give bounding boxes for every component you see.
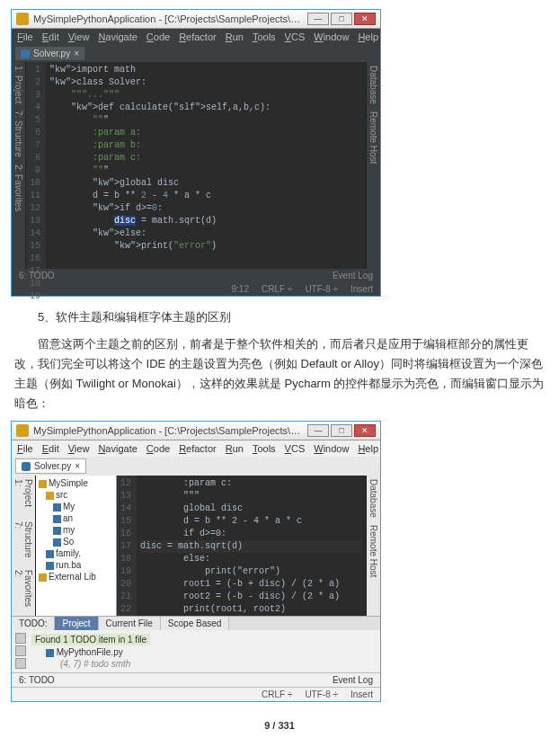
menu-window[interactable]: Window: [314, 31, 349, 42]
todo-label: TODO:: [12, 617, 55, 630]
python-file-icon: [46, 649, 54, 657]
window-title: MySimplePythonApplication - [C:\Projects…: [33, 425, 307, 436]
encoding[interactable]: UTF-8 ÷: [305, 284, 338, 294]
maximize-button[interactable]: □: [331, 13, 352, 25]
tab-label: Solver.py: [34, 461, 71, 471]
todo-tab-scope[interactable]: Scope Based: [161, 617, 230, 630]
tool-footer: 6: TODO Event Log: [12, 672, 380, 687]
tab-label: Solver.py: [33, 49, 70, 58]
expand-icon[interactable]: [15, 633, 26, 644]
cursor-pos: 9:12: [232, 284, 249, 294]
todo-file[interactable]: MyPythonFile.py: [57, 647, 123, 657]
menu-edit[interactable]: Edit: [42, 443, 59, 454]
left-toolbar: 1: Project 7: Structure 2: Favorites: [12, 62, 26, 269]
editor-tab[interactable]: Solver.py ×: [15, 47, 84, 60]
code-editor[interactable]: "kw">import math "kw">class Solver: """.…: [46, 62, 366, 269]
window-buttons: — □ ✕: [307, 13, 376, 25]
line-gutter: 12345678910111213141516171819: [26, 62, 46, 269]
structure-tool[interactable]: 7: Structure: [13, 111, 23, 157]
remote-host-tool[interactable]: Remote Host: [368, 525, 378, 577]
minimize-button[interactable]: —: [307, 13, 329, 25]
todo-tab-current[interactable]: Current File: [99, 617, 161, 630]
insert-mode: Insert: [350, 284, 373, 294]
status-bar: CRLF ÷ UTF-8 ÷ Insert: [12, 687, 380, 701]
collapse-icon[interactable]: [15, 645, 26, 656]
menu-navigate[interactable]: Navigate: [98, 443, 137, 454]
window-buttons: — □ ✕: [307, 424, 376, 437]
project-tool[interactable]: 1: Project: [13, 66, 23, 103]
pycharm-icon: [16, 13, 29, 25]
line-sep[interactable]: CRLF ÷: [262, 689, 292, 699]
menu-run[interactable]: Run: [226, 443, 244, 454]
event-log[interactable]: Event Log: [333, 675, 373, 685]
todo-tool[interactable]: 6: TODO: [19, 675, 55, 685]
status-bar: 9:12 CRLF ÷ UTF-8 ÷ Insert: [12, 282, 380, 296]
window-titlebar: MySimplePythonApplication - [C:\Projects…: [12, 422, 380, 440]
maximize-button[interactable]: □: [331, 424, 352, 437]
event-log[interactable]: Event Log: [333, 271, 373, 280]
menu-code[interactable]: Code: [146, 443, 170, 454]
structure-tool[interactable]: 7: Structure: [13, 521, 33, 564]
minimize-button[interactable]: —: [307, 424, 329, 437]
menu-edit[interactable]: Edit: [42, 31, 59, 42]
todo-toolbar: [15, 633, 26, 670]
filter-icon[interactable]: [15, 658, 26, 669]
python-file-icon: [22, 462, 31, 471]
menu-help[interactable]: Help: [358, 31, 378, 42]
editor-tab[interactable]: Solver.py ×: [15, 458, 86, 474]
menu-code[interactable]: Code: [146, 31, 170, 42]
page-number: 9 / 331: [11, 720, 548, 731]
remote-host-tool[interactable]: Remote Host: [368, 111, 378, 164]
menu-view[interactable]: View: [68, 443, 90, 454]
project-tree[interactable]: MySimplesrcMyanmySofamily.run.baExternal…: [36, 476, 117, 616]
ide-body: 1: Project 7: Structure 2: Favorites MyS…: [12, 476, 380, 616]
menu-view[interactable]: View: [68, 31, 90, 42]
close-button[interactable]: ✕: [354, 424, 376, 437]
right-toolbar: Database Remote Host: [366, 476, 380, 616]
menu-refactor[interactable]: Refactor: [179, 443, 217, 454]
line-gutter: 121314151617181920212223: [117, 476, 137, 616]
favorites-tool[interactable]: 2: Favorites: [13, 165, 23, 211]
menu-refactor[interactable]: Refactor: [179, 31, 217, 42]
python-file-icon: [21, 49, 30, 58]
project-tool[interactable]: 1: Project: [13, 479, 33, 513]
menu-file[interactable]: File: [17, 443, 33, 454]
todo-panel: TODO: Project Current File Scope Based F…: [12, 616, 380, 672]
menu-vcs[interactable]: VCS: [285, 31, 306, 42]
encoding[interactable]: UTF-8 ÷: [305, 689, 338, 699]
menu-bar: File Edit View Navigate Code Refactor Ru…: [12, 29, 380, 45]
menu-vcs[interactable]: VCS: [285, 443, 306, 454]
menu-window[interactable]: Window: [314, 443, 349, 454]
menu-help[interactable]: Help: [358, 443, 378, 454]
ide-screenshot-light: MySimplePythonApplication - [C:\Projects…: [11, 421, 381, 702]
tab-close-icon[interactable]: ×: [74, 49, 79, 58]
database-tool[interactable]: Database: [368, 479, 378, 518]
paragraph-heading: 5、软件主题和编辑框字体主题的区别: [14, 307, 545, 327]
favorites-tool[interactable]: 2: Favorites: [13, 570, 33, 612]
menu-bar: File Edit View Navigate Code Refactor Ru…: [12, 440, 380, 457]
menu-tools[interactable]: Tools: [253, 31, 276, 42]
tab-close-icon[interactable]: ×: [75, 461, 80, 471]
todo-item[interactable]: (4, 7) # todo smth: [60, 659, 130, 669]
ide-screenshot-dark: MySimplePythonApplication - [C:\Projects…: [11, 9, 381, 297]
insert-mode: Insert: [350, 689, 373, 699]
tool-footer: 6: TODO Event Log: [12, 269, 380, 282]
left-toolbar: 1: Project 7: Structure 2: Favorites: [12, 476, 36, 616]
todo-found: Found 1 TODO item in 1 file: [31, 634, 150, 645]
close-button[interactable]: ✕: [354, 13, 376, 25]
window-title: MySimplePythonApplication - [C:\Projects…: [33, 13, 307, 24]
menu-file[interactable]: File: [17, 31, 33, 42]
menu-tools[interactable]: Tools: [253, 443, 276, 454]
editor-tabbar: Solver.py ×: [12, 45, 380, 62]
menu-navigate[interactable]: Navigate: [98, 31, 137, 42]
line-sep[interactable]: CRLF ÷: [262, 284, 292, 294]
todo-tool[interactable]: 6: TODO: [19, 271, 55, 280]
code-editor[interactable]: :param c: """ global disc d = b ** 2 - 4…: [137, 476, 366, 616]
todo-tab-project[interactable]: Project: [55, 617, 98, 630]
todo-tree: Found 1 TODO item in 1 file MyPythonFile…: [31, 633, 377, 670]
paragraph-body: 留意这两个主题之前的区别，前者是于整个软件相关的，而后者只是应用于编辑框部分的属…: [14, 334, 545, 414]
ide-body: 1: Project 7: Structure 2: Favorites 123…: [12, 62, 380, 269]
database-tool[interactable]: Database: [368, 66, 378, 104]
menu-run[interactable]: Run: [226, 31, 244, 42]
window-titlebar: MySimplePythonApplication - [C:\Projects…: [12, 10, 380, 29]
